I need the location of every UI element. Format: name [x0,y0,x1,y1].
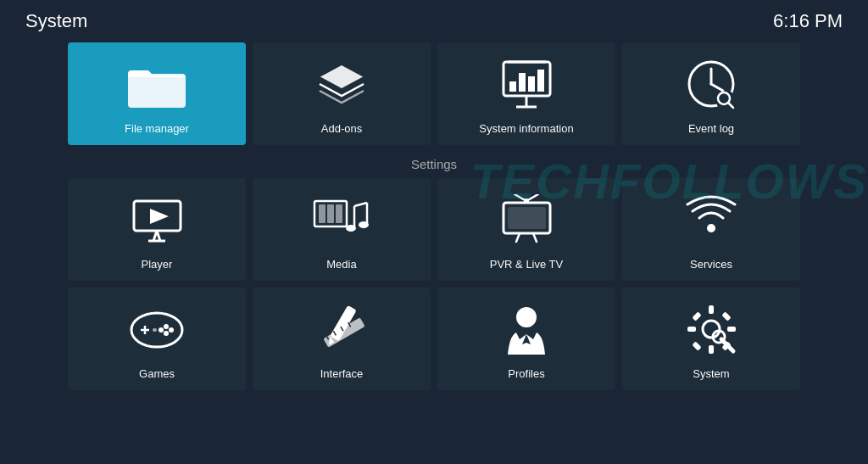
svg-rect-61 [721,311,731,321]
svg-rect-5 [528,76,535,92]
svg-rect-62 [692,341,701,350]
tile-profiles[interactable]: Profiles [437,288,615,390]
svg-rect-60 [692,311,701,321]
svg-marker-17 [150,209,169,224]
tile-file-manager[interactable]: File manager [68,42,246,145]
tile-media[interactable]: Media [253,178,431,281]
svg-point-41 [164,324,169,329]
pvr-icon [499,190,554,249]
top-tile-row: File manager Add-ons [68,42,800,145]
tile-system-information[interactable]: System information [437,42,615,145]
svg-point-28 [346,225,356,232]
svg-rect-3 [509,81,516,92]
event-log-icon [684,54,739,114]
file-manager-icon [126,54,187,114]
pvr-label: PVR & Live TV [490,258,563,271]
event-log-label: Event log [688,122,734,135]
player-icon [130,190,185,249]
interface-label: Interface [320,367,364,380]
add-ons-label: Add-ons [321,122,362,135]
system-icon [684,299,739,359]
svg-point-34 [524,198,529,204]
tile-pvr-live-tv[interactable]: PVR & Live TV [437,178,615,281]
svg-rect-46 [159,328,163,332]
svg-point-43 [164,331,169,336]
svg-point-54 [516,307,537,327]
tile-services[interactable]: Services [622,178,800,281]
player-label: Player [142,258,173,271]
main-content: File manager Add-ons [0,42,868,390]
system-label: System [693,367,729,380]
svg-rect-4 [519,73,526,92]
games-label: Games [139,367,175,380]
system-information-label: System information [479,122,573,135]
svg-line-19 [157,231,160,241]
tile-player[interactable]: Player [68,178,246,281]
clock: 6:16 PM [773,10,843,32]
svg-line-12 [711,84,723,91]
tile-interface[interactable]: Interface [253,288,431,390]
svg-point-42 [169,327,174,333]
svg-rect-57 [709,345,714,354]
svg-marker-1 [320,65,364,89]
media-label: Media [326,258,356,271]
svg-rect-6 [537,70,544,92]
media-icon [312,190,371,249]
tile-games[interactable]: Games [68,288,246,390]
svg-rect-24 [336,204,342,223]
tile-add-ons[interactable]: Add-ons [253,42,431,145]
svg-rect-0 [128,74,186,108]
file-manager-label: File manager [125,122,189,135]
svg-point-37 [707,224,715,232]
profiles-label: Profiles [508,367,544,380]
services-label: Services [690,258,732,271]
profiles-icon [499,299,554,359]
add-ons-icon [314,54,370,114]
svg-rect-56 [709,305,714,314]
svg-line-25 [354,203,367,206]
top-bar: System 6:16 PM [0,0,868,42]
svg-point-29 [359,221,369,228]
svg-rect-22 [319,204,326,223]
games-icon [127,299,186,359]
svg-rect-23 [327,204,334,223]
tile-system[interactable]: System [622,288,800,390]
svg-rect-45 [153,328,157,332]
services-icon [684,190,739,249]
system-information-icon [499,54,554,114]
interface-icon [314,299,370,359]
tile-event-log[interactable]: Event log [622,42,800,145]
svg-rect-33 [508,207,546,229]
settings-row-2: Games Interface [68,288,800,390]
svg-point-55 [703,321,720,338]
settings-row-1: Player Media [68,178,800,281]
svg-rect-58 [687,327,696,332]
app-title: System [25,10,87,32]
settings-label: Settings [68,152,800,178]
svg-rect-59 [727,327,736,332]
